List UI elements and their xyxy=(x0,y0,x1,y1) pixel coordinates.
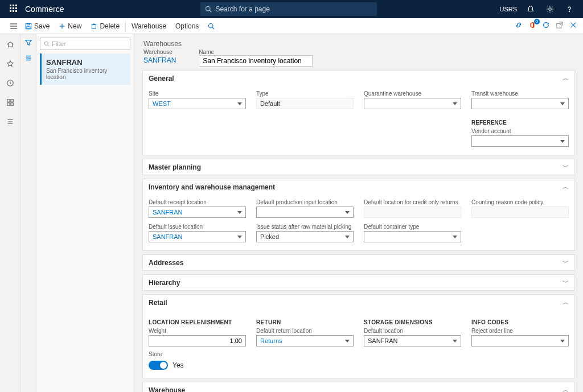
transit-select[interactable] xyxy=(471,98,569,109)
waffle-icon[interactable] xyxy=(5,5,23,14)
svg-line-27 xyxy=(213,27,215,29)
svg-rect-4 xyxy=(13,7,14,9)
star-icon[interactable] xyxy=(5,58,16,69)
save-button[interactable]: Save xyxy=(20,18,54,34)
link-icon[interactable] xyxy=(515,21,523,31)
bell-icon[interactable] xyxy=(525,3,536,15)
office-icon[interactable]: 0 xyxy=(528,21,536,31)
svg-rect-17 xyxy=(27,23,29,25)
svg-rect-32 xyxy=(7,100,9,102)
store-toggle[interactable] xyxy=(149,361,168,370)
svg-point-26 xyxy=(209,23,214,28)
new-button[interactable]: New xyxy=(54,18,86,34)
svg-rect-6 xyxy=(10,10,11,12)
svg-rect-1 xyxy=(13,5,14,6)
menu-warehouse[interactable]: Warehouse xyxy=(127,18,171,34)
chevron-up-icon: ︿ xyxy=(563,74,569,82)
help-icon[interactable] xyxy=(564,3,575,15)
reason-policy-field xyxy=(471,207,569,218)
issue-loc-select[interactable]: SANFRAN xyxy=(149,231,246,242)
vendor-select[interactable] xyxy=(471,135,569,147)
svg-rect-5 xyxy=(15,7,17,9)
list-item-title: SANFRAN xyxy=(46,58,126,67)
section-warehouse-header[interactable]: Warehouse︿ xyxy=(143,382,574,392)
app-title: Commerce xyxy=(23,5,64,14)
action-search-icon[interactable] xyxy=(203,18,219,34)
site-select[interactable]: WEST xyxy=(149,98,246,109)
section-general-header[interactable]: General ︿ xyxy=(143,71,574,86)
svg-rect-33 xyxy=(10,100,13,102)
reject-select[interactable] xyxy=(471,335,569,346)
svg-rect-2 xyxy=(15,5,17,6)
svg-point-9 xyxy=(206,7,211,11)
refresh-icon[interactable] xyxy=(542,21,550,31)
home-icon[interactable] xyxy=(5,39,16,50)
chevron-up-icon: ︿ xyxy=(563,298,569,307)
chevron-down-icon: ﹀ xyxy=(563,163,569,171)
chevron-down-icon: ﹀ xyxy=(563,278,569,287)
svg-point-42 xyxy=(44,42,48,45)
warehouse-label: Warehouse xyxy=(143,49,176,55)
svg-rect-8 xyxy=(15,10,17,12)
name-input[interactable] xyxy=(199,55,313,67)
section-inventory-header[interactable]: Inventory and warehouse management ︿ xyxy=(143,179,574,195)
user-label[interactable]: USRS xyxy=(499,6,517,13)
chevron-up-icon: ︿ xyxy=(563,183,569,191)
global-search[interactable]: Search for a page xyxy=(200,2,377,16)
type-field: Default xyxy=(256,98,354,109)
recent-icon[interactable] xyxy=(5,77,16,89)
close-icon[interactable] xyxy=(569,21,577,31)
workspace-icon[interactable] xyxy=(5,97,16,108)
warehouse-list-item[interactable]: SANFRAN San Francisco inventory location xyxy=(40,53,130,85)
default-loc-select[interactable]: SANFRAN xyxy=(364,335,461,346)
svg-point-11 xyxy=(549,8,551,10)
container-type-select[interactable] xyxy=(364,231,461,242)
svg-rect-18 xyxy=(27,26,30,28)
issue-status-select[interactable]: Picked xyxy=(256,231,354,242)
svg-rect-21 xyxy=(92,24,96,28)
content-area: Warehouses Warehouse SANFRAN Name Genera… xyxy=(134,34,583,392)
section-master-header[interactable]: Master planning ﹀ xyxy=(143,159,574,175)
chevron-up-icon: ︿ xyxy=(563,386,569,392)
weight-input[interactable] xyxy=(149,335,246,346)
svg-point-12 xyxy=(569,11,569,11)
section-addresses-header[interactable]: Addresses﹀ xyxy=(143,255,574,270)
popout-icon[interactable] xyxy=(556,21,564,31)
svg-rect-34 xyxy=(7,103,9,105)
delete-button[interactable]: Delete xyxy=(86,18,124,34)
menu-options[interactable]: Options xyxy=(171,18,203,34)
svg-line-43 xyxy=(48,45,50,47)
chevron-down-icon: ﹀ xyxy=(563,258,569,267)
modules-icon[interactable] xyxy=(5,116,16,127)
list-icon[interactable] xyxy=(24,54,32,64)
svg-rect-35 xyxy=(10,103,13,105)
gear-icon[interactable] xyxy=(544,3,556,15)
section-hierarchy-header[interactable]: Hierarchy﹀ xyxy=(143,275,574,290)
search-placeholder: Search for a page xyxy=(215,5,269,13)
warehouse-value[interactable]: SANFRAN xyxy=(143,55,176,64)
list-item-subtitle: San Francisco inventory location xyxy=(46,68,126,80)
page-heading: Warehouses xyxy=(143,40,575,48)
credit-return-field xyxy=(364,207,461,218)
section-retail-header[interactable]: Retail︿ xyxy=(143,295,574,310)
svg-rect-3 xyxy=(10,7,11,9)
office-badge: 0 xyxy=(534,19,540,24)
quarantine-select[interactable] xyxy=(364,98,461,109)
svg-line-10 xyxy=(210,10,212,12)
name-label: Name xyxy=(199,49,313,55)
svg-rect-7 xyxy=(13,10,14,12)
receipt-loc-select[interactable]: SANFRAN xyxy=(149,207,246,218)
hamburger-icon[interactable] xyxy=(7,22,20,30)
filter-icon[interactable] xyxy=(24,39,32,48)
return-loc-select[interactable]: Returns xyxy=(256,335,354,346)
left-nav-rail xyxy=(0,34,20,392)
prod-input-select[interactable] xyxy=(256,207,354,218)
svg-rect-0 xyxy=(10,5,11,6)
list-filter-input[interactable]: Filter xyxy=(40,38,130,50)
